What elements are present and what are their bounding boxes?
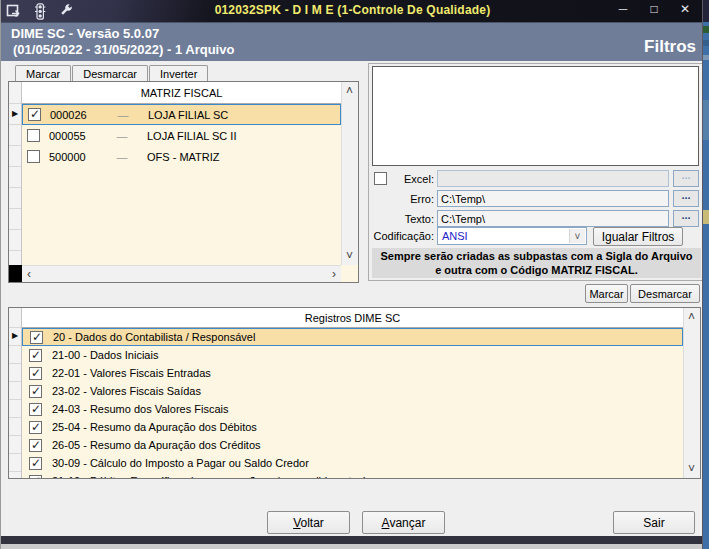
matriz-code: 000055 <box>49 130 107 142</box>
registros-grid-header: Registros DIME SC <box>22 308 683 328</box>
desktop-speck <box>703 0 709 22</box>
matriz-row[interactable]: 500000 — OFS - MATRIZ <box>22 146 341 167</box>
voltar-label: Voltar <box>293 516 324 530</box>
avancar-button[interactable]: Avançar <box>362 511 445 534</box>
current-row-arrow: ▶ <box>9 328 21 344</box>
scroll-down-icon[interactable]: ˅ <box>346 250 353 262</box>
app-version-label: DIME SC - Versão 5.0.07 <box>11 26 159 41</box>
excel-browse-button[interactable]: ... <box>673 170 699 187</box>
matriz-name: LOJA FILIAL SC II <box>147 130 236 142</box>
matriz-row[interactable]: 000026 — LOJA FILIAL SC <box>22 104 341 125</box>
registro-label: 20 - Dados do Contabilista / Responsável <box>53 331 255 343</box>
registros-grid: ▶ Registros DIME SC 20 - Dados do Contab… <box>8 307 701 479</box>
filters-panel: Excel: ... Erro: ... Texto: ... Codifica… <box>368 63 703 281</box>
avancar-label: Avançar <box>382 516 426 530</box>
desktop-speck <box>703 55 709 60</box>
row-checkbox[interactable] <box>29 421 42 434</box>
codificacao-label: Codificação: <box>369 230 434 242</box>
registro-label: 21-00 - Dados Iniciais <box>52 349 158 361</box>
matriz-horizontal-scrollbar[interactable]: ‹ › <box>22 265 341 282</box>
erro-path-input[interactable] <box>437 190 669 207</box>
dash-separator: — <box>107 130 137 142</box>
excel-label: Excel: <box>369 173 434 185</box>
registro-row[interactable]: 25-04 - Resumo da Apuração dos Débitos <box>22 418 683 436</box>
app-window: 012032SPK - D I M E (1-Controle De Quali… <box>0 0 703 549</box>
row-checkbox[interactable] <box>29 475 42 480</box>
registro-row[interactable]: 23-02 - Valores Fiscais Saídas <box>22 382 683 400</box>
dash-separator: — <box>108 109 138 121</box>
subfolder-note: Sempre serão criadas as subpastas com a … <box>372 248 701 278</box>
desktop-speck <box>703 100 709 140</box>
row-indicator-column: ▶ <box>9 82 22 265</box>
texto-label: Texto: <box>369 213 434 225</box>
grid-corner <box>9 265 22 282</box>
maximize-button[interactable]: □ <box>647 2 661 16</box>
voltar-button[interactable]: Voltar <box>267 511 350 534</box>
registro-row[interactable]: 24-03 - Resumo dos Valores Fiscais <box>22 400 683 418</box>
scroll-up-icon[interactable]: ˄ <box>688 311 695 323</box>
row-checkbox[interactable] <box>27 129 40 142</box>
chevron-down-icon[interactable]: ˅ <box>569 229 585 243</box>
tab-marcar[interactable]: Marcar <box>15 65 71 81</box>
registro-row[interactable]: 21-00 - Dados Iniciais <box>22 346 683 364</box>
window-bottom-edge <box>1 544 703 549</box>
tab-inverter[interactable]: Inverter <box>149 65 208 81</box>
row-checkbox[interactable] <box>29 403 42 416</box>
registro-row[interactable]: 31-10 - Débitos Específicos (compensaçõe… <box>22 472 683 479</box>
registro-row[interactable]: 26-05 - Resumo da Apuração dos Créditos <box>22 436 683 454</box>
registro-label: 24-03 - Resumo dos Valores Fiscais <box>52 403 228 415</box>
tab-strip: Marcar Desmarcar Inverter <box>15 65 208 81</box>
matriz-code: 500000 <box>49 151 107 163</box>
screen: 012032SPK - D I M E (1-Controle De Quali… <box>0 0 709 549</box>
scroll-down-icon[interactable]: ˅ <box>688 463 695 475</box>
window-title: 012032SPK - D I M E (1-Controle De Quali… <box>1 3 703 17</box>
sair-button[interactable]: Sair <box>613 511 695 534</box>
registro-label: 31-10 - Débitos Específicos (compensaçõe… <box>52 475 367 479</box>
desktop-speck <box>703 40 709 46</box>
igualar-filtros-button[interactable]: Igualar Filtros <box>593 227 683 246</box>
registros-vertical-scrollbar[interactable]: ˄ ˅ <box>683 308 700 478</box>
erro-label: Erro: <box>369 193 434 205</box>
texto-path-input[interactable] <box>437 210 669 227</box>
excel-path-input[interactable] <box>437 170 669 187</box>
page-title: Filtros <box>644 37 696 57</box>
row-checkbox[interactable] <box>29 349 42 362</box>
row-checkbox[interactable] <box>27 150 40 163</box>
matriz-vertical-scrollbar[interactable]: ˄ ˅ <box>341 82 358 265</box>
row-checkbox[interactable] <box>28 108 41 121</box>
registros-desmarcar-button[interactable]: Desmarcar <box>630 284 700 303</box>
matriz-grid-header: MATRIZ FISCAL <box>22 82 341 104</box>
scroll-left-icon[interactable]: ‹ <box>27 268 31 280</box>
scroll-up-icon[interactable]: ˄ <box>346 85 353 97</box>
row-checkbox[interactable] <box>29 439 42 452</box>
matriz-name: OFS - MATRIZ <box>147 151 220 163</box>
registro-row[interactable]: 20 - Dados do Contabilista / Responsável <box>22 328 683 346</box>
row-checkbox[interactable] <box>29 457 42 470</box>
row-checkbox[interactable] <box>29 385 42 398</box>
erro-browse-button[interactable]: ... <box>673 190 699 207</box>
close-button[interactable]: ✕ <box>678 2 692 16</box>
desktop-speck <box>703 26 709 33</box>
header-band: DIME SC - Versão 5.0.07 (01/05/2022 - 31… <box>1 22 703 61</box>
desktop-background <box>703 0 709 549</box>
registro-label: 23-02 - Valores Fiscais Saídas <box>52 385 201 397</box>
tab-desmarcar[interactable]: Desmarcar <box>72 65 148 81</box>
row-checkbox[interactable] <box>30 331 43 344</box>
sair-label: Sair <box>643 516 664 530</box>
texto-browse-button[interactable]: ... <box>673 210 699 227</box>
matriz-fiscal-grid: ▶ MATRIZ FISCAL 000026 — LOJA FILIAL SC … <box>8 81 359 283</box>
row-checkbox[interactable] <box>29 367 42 380</box>
scroll-right-icon[interactable]: › <box>332 268 336 280</box>
registros-marcar-button[interactable]: Marcar <box>585 284 628 303</box>
minimize-button[interactable]: ─ <box>616 2 630 16</box>
registro-row[interactable]: 22-01 - Valores Fiscais Entradas <box>22 364 683 382</box>
registro-label: 25-04 - Resumo da Apuração dos Débitos <box>52 421 257 433</box>
registro-row[interactable]: 30-09 - Cálculo do Imposto a Pagar ou Sa… <box>22 454 683 472</box>
registro-label: 30-09 - Cálculo do Imposto a Pagar ou Sa… <box>52 457 309 469</box>
matriz-row[interactable]: 000055 — LOJA FILIAL SC II <box>22 125 341 146</box>
codificacao-select[interactable]: ANSI ˅ <box>437 227 587 245</box>
window-bottom-border <box>1 536 703 544</box>
registro-label: 22-01 - Valores Fiscais Entradas <box>52 367 211 379</box>
desktop-speck <box>703 210 709 224</box>
preview-box <box>372 66 699 166</box>
